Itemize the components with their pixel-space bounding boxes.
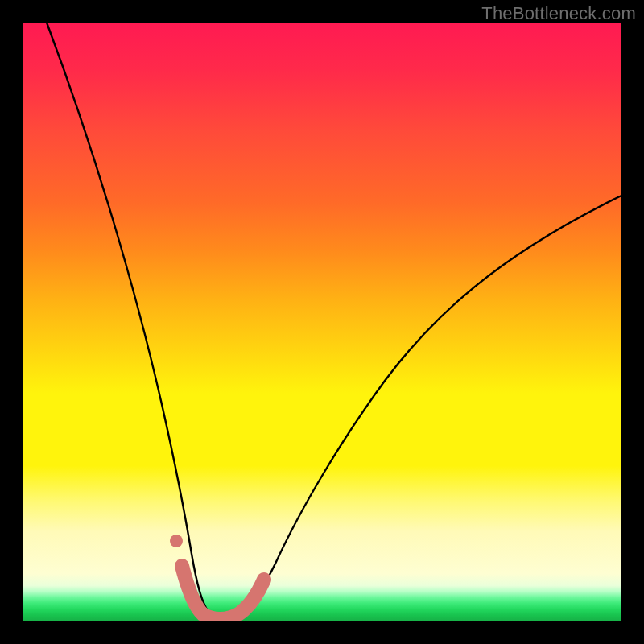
plot-area (23, 23, 621, 621)
highlight-dot-left (170, 535, 183, 547)
highlight-near-min (182, 566, 264, 619)
curve-layer (23, 23, 621, 621)
watermark-text: TheBottleneck.com (481, 3, 636, 24)
bottleneck-curve (47, 23, 621, 618)
chart-frame: TheBottleneck.com (0, 0, 644, 644)
